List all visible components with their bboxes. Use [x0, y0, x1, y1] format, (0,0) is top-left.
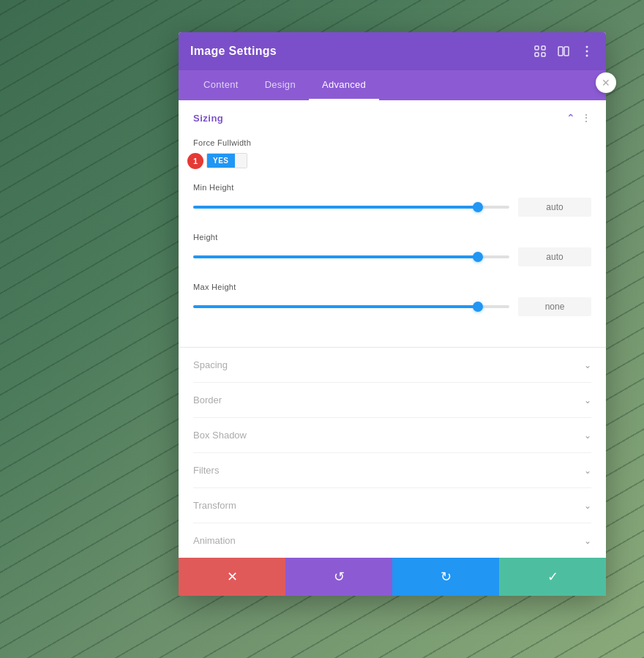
- height-slider-container: [193, 247, 591, 266]
- sizing-section-header[interactable]: Sizing ⌃ ⋮: [179, 100, 606, 135]
- undo-icon: ↺: [334, 569, 345, 585]
- height-fill: [193, 255, 478, 258]
- spacing-section[interactable]: Spacing ⌄: [193, 348, 591, 383]
- spacing-label: Spacing: [193, 359, 228, 370]
- save-button[interactable]: ✓: [499, 558, 606, 596]
- more-options-icon[interactable]: [580, 44, 594, 59]
- min-height-track-wrap[interactable]: [193, 206, 509, 209]
- height-track: [193, 255, 509, 258]
- svg-point-6: [586, 46, 588, 48]
- min-height-label: Min Height: [193, 183, 591, 192]
- badge-1: 1: [187, 153, 203, 169]
- svg-point-7: [586, 51, 588, 53]
- box-shadow-section[interactable]: Box Shadow ⌄: [193, 418, 591, 453]
- panel-title: Image Settings: [190, 45, 277, 58]
- svg-rect-1: [542, 46, 545, 50]
- min-height-row: Min Height: [193, 183, 591, 217]
- max-height-slider-container: [193, 297, 591, 316]
- border-label: Border: [193, 395, 222, 405]
- sizing-content: Force Fullwidth 1 YES Min Height: [179, 135, 606, 347]
- image-settings-panel: Image Settings: [179, 32, 606, 596]
- max-height-thumb[interactable]: [473, 302, 483, 312]
- toggle-no[interactable]: [235, 154, 247, 168]
- close-icon: ✕: [602, 77, 610, 89]
- sizing-more-icon[interactable]: ⋮: [581, 112, 591, 124]
- height-track-wrap[interactable]: [193, 255, 509, 258]
- save-icon: ✓: [547, 569, 558, 585]
- box-shadow-chevron: ⌄: [584, 430, 591, 441]
- redo-button[interactable]: ↻: [392, 558, 499, 596]
- undo-button[interactable]: ↺: [285, 558, 392, 596]
- animation-chevron: ⌄: [584, 536, 591, 546]
- panel-header: Image Settings: [179, 32, 606, 70]
- max-height-track: [193, 305, 509, 308]
- box-shadow-label: Box Shadow: [193, 430, 247, 441]
- filters-chevron: ⌄: [584, 466, 591, 476]
- sizing-controls: ⌃ ⋮: [566, 112, 591, 124]
- force-fullwidth-row: 1 YES: [193, 153, 591, 168]
- tab-design[interactable]: Design: [252, 70, 309, 100]
- close-button[interactable]: ✕: [596, 72, 616, 93]
- chevron-up-icon[interactable]: ⌃: [566, 112, 575, 124]
- force-fullwidth-label: Force Fullwidth: [193, 138, 591, 147]
- tab-bar: Content Design Advanced: [179, 70, 606, 100]
- tab-content[interactable]: Content: [190, 70, 252, 100]
- toggle-switch[interactable]: YES: [206, 153, 247, 168]
- animation-label: Animation: [193, 535, 236, 546]
- height-input[interactable]: [518, 247, 591, 266]
- height-label: Height: [193, 233, 591, 242]
- height-row: Height: [193, 233, 591, 266]
- filters-label: Filters: [193, 465, 219, 476]
- min-height-slider-container: [193, 198, 591, 217]
- redo-icon: ↻: [441, 569, 452, 585]
- svg-rect-5: [564, 47, 569, 56]
- transform-label: Transform: [193, 500, 236, 511]
- panel-footer: ✕ ↺ ↻ ✓: [179, 558, 606, 596]
- max-height-label: Max Height: [193, 283, 591, 291]
- border-section[interactable]: Border ⌄: [193, 383, 591, 418]
- filters-section[interactable]: Filters ⌄: [193, 453, 591, 488]
- height-thumb[interactable]: [473, 252, 483, 262]
- min-height-input[interactable]: [518, 198, 591, 217]
- svg-point-8: [586, 55, 588, 57]
- min-height-track: [193, 206, 509, 209]
- transform-chevron: ⌄: [584, 501, 591, 511]
- svg-rect-4: [558, 47, 563, 56]
- spacing-chevron: ⌄: [584, 360, 591, 370]
- collapsed-sections: Spacing ⌄ Border ⌄ Box Shadow ⌄ Filters …: [179, 348, 606, 558]
- max-height-fill: [193, 305, 478, 308]
- svg-rect-3: [542, 53, 545, 56]
- transform-section[interactable]: Transform ⌄: [193, 488, 591, 523]
- header-icons-group: [533, 44, 594, 59]
- split-icon[interactable]: [556, 44, 571, 59]
- cancel-button[interactable]: ✕: [179, 558, 285, 596]
- animation-section[interactable]: Animation ⌄: [193, 523, 591, 558]
- max-height-track-wrap[interactable]: [193, 305, 509, 308]
- panel-body: Sizing ⌃ ⋮ Force Fullwidth 1 YES: [179, 100, 606, 558]
- min-height-thumb[interactable]: [473, 202, 483, 212]
- cancel-icon: ✕: [227, 569, 238, 585]
- sizing-title: Sizing: [193, 113, 223, 124]
- min-height-fill: [193, 206, 478, 209]
- sizing-section: Sizing ⌃ ⋮ Force Fullwidth 1 YES: [179, 100, 606, 348]
- svg-rect-0: [535, 46, 539, 50]
- max-height-input[interactable]: [518, 297, 591, 316]
- tab-advanced[interactable]: Advanced: [309, 70, 379, 100]
- border-chevron: ⌄: [584, 395, 591, 405]
- svg-rect-2: [535, 53, 539, 56]
- max-height-row: Max Height: [193, 283, 591, 316]
- expand-icon[interactable]: [533, 44, 547, 59]
- toggle-yes[interactable]: YES: [207, 154, 235, 168]
